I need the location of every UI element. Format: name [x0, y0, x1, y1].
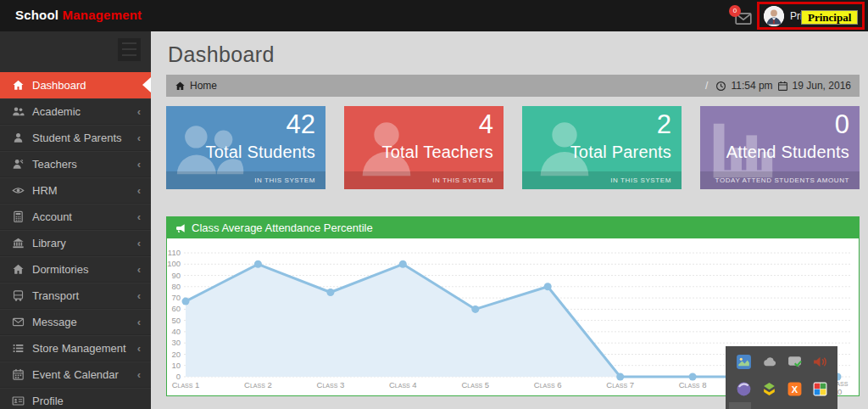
stat-subtext: TODAY ATTEND STUDENTS AMOUNT [700, 171, 860, 189]
chart-title: Class Average Attendance Percentile [192, 221, 373, 234]
calc-icon [12, 210, 25, 223]
attendance-panel-header: Class Average Attendance Percentile [167, 217, 859, 238]
sidebar-item-dormitories[interactable]: Dormitories‹ [0, 256, 151, 283]
top-navbar: School Management 0 Principal Principal [0, 0, 868, 31]
stat-card-total-parents: 2Total ParentsIN THIS SYSTEM [522, 106, 682, 189]
breadcrumb-datetime: / 11:54 pm 19 Jun, 2016 [705, 80, 851, 92]
colorgrid-tray-icon[interactable] [812, 381, 828, 397]
chevron-left-icon: ‹ [137, 105, 141, 118]
svg-text:20: 20 [171, 350, 181, 359]
notifications-button[interactable]: 0 [729, 6, 754, 28]
orb-tray-icon[interactable] [736, 381, 752, 397]
chevron-left-icon: ‹ [137, 158, 141, 171]
svg-text:10: 10 [171, 361, 181, 370]
sidebar-item-account[interactable]: Account‹ [0, 204, 151, 230]
eye-icon [12, 184, 25, 197]
bluestacks-tray-icon[interactable] [761, 381, 777, 397]
sidebar-item-label: Dormitories [32, 263, 88, 276]
principal-avatar-icon [764, 6, 784, 26]
sidebar-item-dashboard[interactable]: Dashboard [0, 72, 151, 98]
breadcrumb-home-link[interactable]: Home [175, 80, 217, 92]
bus-icon [12, 289, 25, 302]
svg-text:Class 7: Class 7 [606, 380, 634, 389]
calendar-icon [777, 81, 788, 92]
envelope-icon [12, 316, 25, 328]
stat-label: Total Parents [570, 143, 671, 162]
notification-count-badge: 0 [729, 5, 741, 17]
svg-text:X: X [791, 384, 798, 395]
gallery-tray-icon[interactable] [736, 354, 752, 370]
user-icon [12, 132, 25, 144]
breadcrumb-home-label: Home [190, 80, 217, 92]
stat-subtext: IN THIS SYSTEM [166, 171, 326, 189]
tray-hover-highlight [729, 402, 751, 409]
brand-school: School [15, 8, 58, 22]
idcard-icon [12, 395, 25, 407]
page-title: Dashboard [168, 42, 860, 67]
users-icon [12, 105, 25, 118]
svg-text:110: 110 [168, 248, 181, 257]
svg-text:Class 2: Class 2 [244, 380, 272, 389]
home-icon [12, 263, 25, 276]
chevron-left-icon: ‹ [137, 316, 141, 328]
sidebar-item-store-management[interactable]: Store Management‹ [0, 335, 151, 361]
stat-label: Total Students [205, 143, 315, 162]
brand-management: Management [63, 8, 142, 22]
sidebar-item-label: Student & Parents [32, 132, 122, 144]
stat-card-total-teachers: 4Total TeachersIN THIS SYSTEM [344, 106, 504, 189]
stat-value: 42 [287, 109, 315, 140]
sidebar-item-student-parents[interactable]: Student & Parents‹ [0, 125, 151, 151]
current-date: 19 Jun, 2016 [793, 80, 851, 92]
breadcrumb: Home / 11:54 pm 19 Jun, 2016 [166, 75, 860, 97]
chevron-left-icon: ‹ [137, 289, 141, 302]
sidebar-item-transport[interactable]: Transport‹ [0, 283, 151, 309]
avatar[interactable] [764, 6, 784, 26]
xampp-tray-icon[interactable]: X [787, 381, 803, 397]
system-tray-popup: X [726, 346, 837, 409]
svg-text:50: 50 [171, 316, 181, 325]
sidebar-top [0, 31, 151, 72]
bank-icon [12, 237, 25, 249]
svg-text:70: 70 [171, 293, 181, 302]
sidebar-item-hrm[interactable]: HRM‹ [0, 177, 151, 204]
sidebar-toggle-button[interactable] [118, 38, 141, 61]
calendar-icon [12, 368, 25, 381]
sidebar-item-label: Event & Calendar [32, 368, 119, 381]
app-logo[interactable]: School Management [15, 8, 142, 22]
chevron-left-icon: ‹ [137, 342, 141, 355]
svg-text:30: 30 [171, 338, 181, 347]
sidebar-item-message[interactable]: Message‹ [0, 309, 151, 335]
sidebar-item-event-calendar[interactable]: Event & Calendar‹ [0, 361, 151, 388]
cloud-tray-icon[interactable] [761, 354, 777, 370]
svg-text:Class 1: Class 1 [172, 380, 200, 389]
chevron-left-icon: ‹ [137, 132, 141, 144]
teacher-icon [12, 158, 25, 171]
sidebar-item-label: Message [32, 316, 77, 328]
sidebar: DashboardAcademic‹Student & Parents‹Teac… [0, 31, 151, 409]
sidebar-item-label: Transport [32, 289, 79, 302]
home-icon [12, 79, 25, 92]
stat-subtext: IN THIS SYSTEM [344, 171, 504, 189]
sidebar-item-label: Academic [32, 105, 81, 118]
breadcrumb-separator: / [705, 80, 708, 92]
sidebar-item-teachers[interactable]: Teachers‹ [0, 151, 151, 177]
sidebar-item-academic[interactable]: Academic‹ [0, 98, 151, 125]
sidebar-item-label: Library [32, 237, 66, 249]
stat-subtext: IN THIS SYSTEM [522, 171, 682, 189]
current-time: 11:54 pm [731, 80, 772, 92]
stat-card-total-students: 42Total StudentsIN THIS SYSTEM [166, 106, 326, 189]
chat-tray-icon[interactable] [787, 354, 803, 370]
sidebar-menu: DashboardAcademic‹Student & Parents‹Teac… [0, 72, 151, 409]
sidebar-item-profile[interactable]: Profile [0, 388, 151, 409]
svg-text:40: 40 [171, 327, 181, 336]
stat-cards-row: 42Total StudentsIN THIS SYSTEM4Total Tea… [166, 106, 860, 189]
svg-text:100: 100 [167, 259, 181, 268]
home-icon [175, 81, 186, 92]
sidebar-item-label: Account [32, 210, 72, 223]
clock-icon [715, 81, 726, 92]
bullhorn-icon [175, 222, 186, 234]
stat-value: 4 [479, 109, 493, 140]
sidebar-item-library[interactable]: Library‹ [0, 230, 151, 256]
stat-label: Attend Students [726, 143, 849, 162]
volume-tray-icon[interactable] [812, 354, 828, 370]
